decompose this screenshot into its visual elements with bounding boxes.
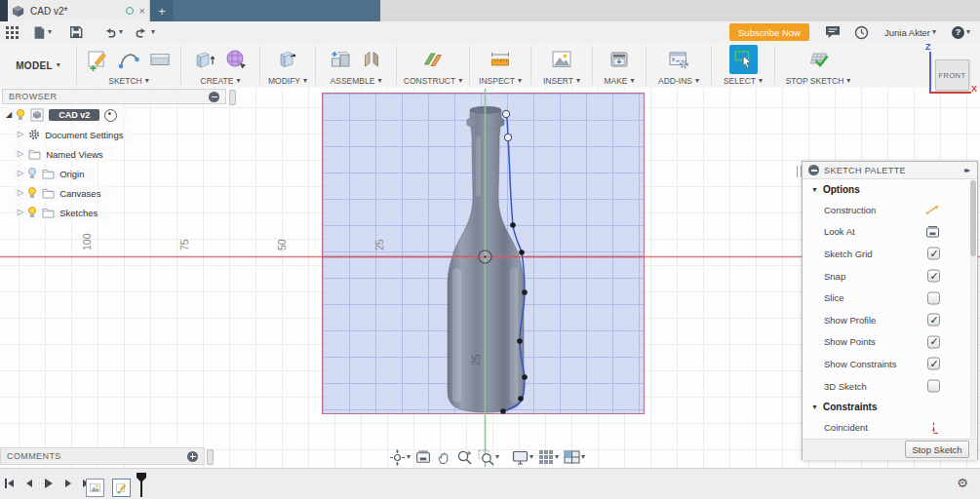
- viewports-button[interactable]: [564, 450, 585, 464]
- dropdown-caret-icon[interactable]: [48, 29, 52, 35]
- orbit-button[interactable]: [389, 449, 411, 466]
- create-sketch-button[interactable]: [84, 45, 112, 74]
- apps-menu-button[interactable]: [6, 26, 19, 39]
- palette-header[interactable]: SKETCH PALETTE ▸▸: [803, 162, 977, 179]
- make-menu[interactable]: MAKE: [604, 76, 634, 86]
- tree-row-named-views[interactable]: ▷ Named Views: [14, 146, 113, 162]
- insert-image-button[interactable]: [548, 45, 576, 74]
- visibility-bulb-off-icon[interactable]: [28, 168, 37, 179]
- collapsed-arrow-icon[interactable]: ▷: [18, 150, 23, 158]
- dock-panel-icon[interactable]: ▸▸: [964, 166, 971, 174]
- viewcube-front-face[interactable]: FRONT: [935, 59, 969, 91]
- collapsed-arrow-icon[interactable]: ▷: [18, 131, 23, 138]
- spline-tool-button[interactable]: [115, 45, 143, 74]
- zoom-button[interactable]: [456, 449, 473, 466]
- construction-toggle[interactable]: [924, 203, 940, 216]
- scripts-addins-button[interactable]: [665, 45, 693, 74]
- user-menu[interactable]: Junia Akter: [884, 27, 936, 38]
- insert-menu[interactable]: INSERT: [543, 76, 580, 86]
- scrollbar-thumb[interactable]: [970, 180, 976, 256]
- dropdown-caret-icon[interactable]: [932, 29, 936, 35]
- timeline-settings-gear-icon[interactable]: ⚙: [957, 477, 968, 490]
- collapse-panel-icon[interactable]: [209, 92, 219, 102]
- visibility-bulb-icon[interactable]: [17, 109, 25, 121]
- construct-menu[interactable]: CONSTRUCT: [404, 76, 462, 86]
- timeline-position-marker[interactable]: [140, 474, 142, 497]
- show-constraints-checkbox[interactable]: [927, 358, 940, 370]
- sketch-grid-checkbox[interactable]: [927, 248, 940, 260]
- play-button[interactable]: [41, 476, 56, 491]
- root-component-label[interactable]: CAD v2: [49, 109, 99, 121]
- add-comment-icon[interactable]: [187, 451, 198, 462]
- activity-clock-button[interactable]: [854, 25, 869, 40]
- dropdown-caret-icon[interactable]: [495, 454, 499, 460]
- visibility-bulb-icon[interactable]: [28, 187, 37, 199]
- timeline-canvas-item[interactable]: [86, 479, 104, 497]
- new-tab-button[interactable]: +: [150, 0, 174, 21]
- browser-header[interactable]: BROWSER: [2, 89, 226, 104]
- go-to-start-button[interactable]: [2, 476, 17, 491]
- extrude-button[interactable]: [191, 45, 219, 74]
- comments-button[interactable]: [825, 25, 841, 39]
- 3d-sketch-checkbox[interactable]: [927, 380, 940, 393]
- comments-resize-handle[interactable]: [207, 449, 214, 465]
- modify-menu[interactable]: MODIFY: [268, 76, 307, 86]
- activate-component-icon[interactable]: [104, 109, 117, 122]
- dropdown-caret-icon[interactable]: [119, 29, 123, 35]
- undo-button[interactable]: [102, 25, 123, 39]
- collapsed-arrow-icon[interactable]: ▷: [18, 189, 23, 197]
- dropdown-caret-icon[interactable]: [966, 29, 970, 35]
- subscribe-now-button[interactable]: Subscribe Now: [729, 23, 809, 41]
- options-section-header[interactable]: ▼ Options: [803, 179, 969, 199]
- pan-button[interactable]: [436, 449, 451, 465]
- select-menu[interactable]: SELECT: [724, 76, 763, 86]
- zoom-window-button[interactable]: [478, 449, 499, 466]
- dropdown-caret-icon[interactable]: [151, 29, 155, 35]
- save-button[interactable]: [69, 25, 83, 39]
- dropdown-caret-icon[interactable]: [407, 454, 411, 460]
- new-component-button[interactable]: [327, 45, 355, 74]
- step-back-button[interactable]: [21, 476, 36, 491]
- tree-row-canvases[interactable]: ▷ Canvases: [14, 185, 110, 201]
- show-profile-checkbox[interactable]: [927, 314, 940, 326]
- assemble-menu[interactable]: ASSEMBLE: [331, 76, 382, 86]
- grid-settings-button[interactable]: [538, 449, 559, 465]
- dropdown-caret-icon[interactable]: [555, 454, 559, 460]
- constraints-section-header[interactable]: ▼ Constraints: [803, 397, 969, 416]
- make-3dprint-button[interactable]: [606, 45, 634, 74]
- dropdown-caret-icon[interactable]: [581, 454, 585, 460]
- press-pull-button[interactable]: [274, 45, 302, 74]
- view-cube[interactable]: FRONT Z X: [920, 43, 980, 105]
- collapsed-arrow-icon[interactable]: ▷: [18, 209, 23, 216]
- comments-bar[interactable]: COMMENTS: [0, 447, 205, 465]
- step-forward-button[interactable]: [60, 476, 75, 491]
- redo-button[interactable]: [135, 25, 155, 39]
- document-tab[interactable]: CAD v2* ×: [8, 0, 150, 21]
- palette-drag-grip[interactable]: [797, 166, 802, 177]
- coincident-constraint-button[interactable]: [927, 421, 940, 435]
- workspace-switcher[interactable]: MODEL: [0, 43, 76, 88]
- close-tab-button[interactable]: ×: [139, 6, 145, 16]
- sketch-menu[interactable]: SKETCH: [108, 76, 149, 86]
- inspect-menu[interactable]: INSPECT: [479, 76, 522, 86]
- show-points-checkbox[interactable]: [927, 335, 940, 348]
- tree-row-origin[interactable]: ▷ Origin: [14, 166, 95, 181]
- addins-menu[interactable]: ADD-INS: [658, 76, 699, 86]
- help-menu[interactable]: ?: [952, 26, 970, 39]
- construct-plane-button[interactable]: [419, 45, 448, 74]
- collapse-palette-icon[interactable]: [808, 165, 819, 175]
- file-menu-button[interactable]: [32, 25, 52, 40]
- measure-button[interactable]: [487, 45, 515, 74]
- snap-checkbox[interactable]: [927, 270, 940, 283]
- slice-checkbox[interactable]: [927, 291, 940, 304]
- collapsed-arrow-icon[interactable]: ▷: [18, 170, 23, 177]
- tree-row-sketches[interactable]: ▷ Sketches: [14, 205, 107, 220]
- palette-scrollbar[interactable]: [970, 180, 976, 438]
- timeline-sketch-item[interactable]: [112, 479, 131, 497]
- tree-row-document-settings[interactable]: ▷ Document Settings: [14, 127, 133, 142]
- stop-sketch-button[interactable]: Stop Sketch: [905, 441, 969, 458]
- visibility-bulb-icon[interactable]: [28, 207, 37, 218]
- rectangle-tool-button[interactable]: [146, 45, 175, 74]
- select-tool-button[interactable]: [729, 45, 758, 74]
- create-form-button[interactable]: [222, 45, 251, 74]
